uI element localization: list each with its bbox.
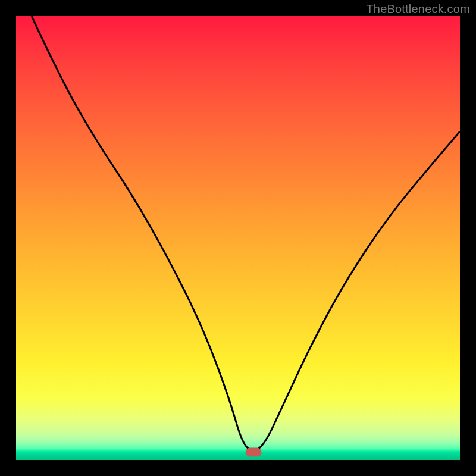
chart-stage: TheBottleneck.com <box>0 0 476 476</box>
bottleneck-curve <box>16 16 460 460</box>
plot-area <box>16 16 460 460</box>
watermark-text: TheBottleneck.com <box>366 2 470 16</box>
balance-marker <box>246 447 262 456</box>
